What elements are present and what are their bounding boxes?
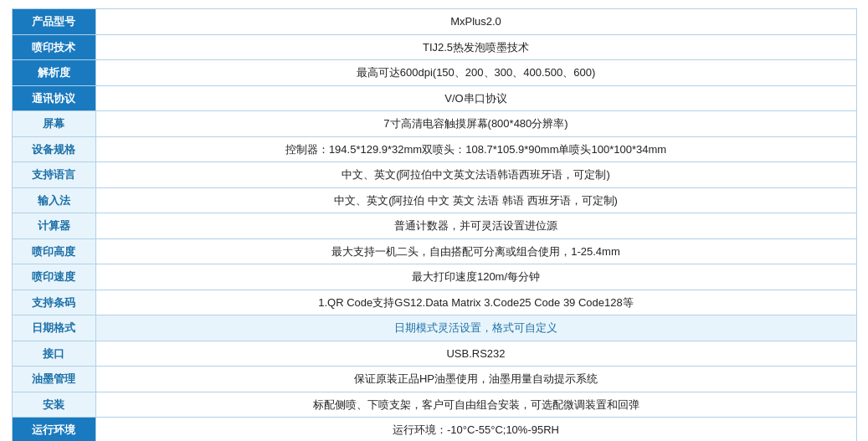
value-cell: V/O串口协议: [95, 85, 856, 111]
table-row: 喷印速度最大打印速度120m/每分钟: [12, 264, 856, 290]
label-cell: 喷印高度: [12, 238, 95, 264]
label-cell: 接口: [12, 341, 95, 367]
value-cell: 中文、英文(阿拉伯 中文 英文 法语 韩语 西班牙语，可定制): [95, 187, 856, 213]
table-row: 计算器普通计数器，并可灵活设置进位源: [12, 213, 856, 239]
label-cell: 安装: [12, 392, 95, 418]
label-cell: 日期格式: [12, 315, 95, 341]
value-cell: 中文、英文(阿拉伯中文英文法语韩语西班牙语，可定制): [95, 162, 856, 188]
value-cell: 日期模式灵活设置，格式可自定义: [95, 315, 856, 341]
value-cell: 1.QR Code支持GS12.Data Matrix 3.Code25 Cod…: [95, 290, 856, 315]
value-cell: 7寸高清电容触摸屏幕(800*480分辨率): [95, 111, 856, 137]
table-row: 安装标配侧喷、下喷支架，客户可自由组合安装，可选配微调装置和回弹: [12, 392, 856, 418]
label-cell: 计算器: [12, 213, 95, 239]
label-cell: 产品型号: [12, 9, 95, 35]
label-cell: 支持条码: [12, 290, 95, 315]
table-row: 通讯协议V/O串口协议: [12, 85, 856, 111]
value-cell: TIJ2.5热发泡喷墨技术: [95, 34, 856, 60]
table-row: 油墨管理保证原装正品HP油墨使用，油墨用量自动提示系统: [12, 367, 856, 392]
label-cell: 屏幕: [12, 111, 95, 137]
table-row: 设备规格控制器：194.5*129.9*32mm双喷头：108.7*105.9*…: [12, 136, 856, 162]
value-cell: USB.RS232: [95, 341, 856, 367]
value-cell: MxPlus2.0: [95, 9, 856, 35]
label-cell: 输入法: [12, 187, 95, 213]
table-row: 喷印技术TIJ2.5热发泡喷墨技术: [12, 34, 856, 60]
label-cell: 运行环境: [12, 418, 95, 442]
value-cell: 最大打印速度120m/每分钟: [95, 264, 856, 290]
table-row: 接口USB.RS232: [12, 341, 856, 367]
label-cell: 设备规格: [12, 136, 95, 162]
value-cell: 最高可达600dpi(150、200、300、400.500、600): [95, 60, 856, 86]
label-cell: 喷印技术: [12, 34, 95, 60]
table-row: 输入法中文、英文(阿拉伯 中文 英文 法语 韩语 西班牙语，可定制): [12, 187, 856, 213]
value-cell: 最大支持一机二头，自由搭配可分离或组合使用，1-25.4mm: [95, 238, 856, 264]
table-row: 支持条码1.QR Code支持GS12.Data Matrix 3.Code25…: [12, 290, 856, 315]
table-row: 解析度最高可达600dpi(150、200、300、400.500、600): [12, 60, 856, 86]
spec-table: 产品型号MxPlus2.0喷印技术TIJ2.5热发泡喷墨技术解析度最高可达600…: [12, 8, 857, 441]
table-row: 喷印高度最大支持一机二头，自由搭配可分离或组合使用，1-25.4mm: [12, 238, 856, 264]
label-cell: 解析度: [12, 60, 95, 86]
label-cell: 喷印速度: [12, 264, 95, 290]
table-row: 屏幕7寸高清电容触摸屏幕(800*480分辨率): [12, 111, 856, 137]
value-cell: 保证原装正品HP油墨使用，油墨用量自动提示系统: [95, 367, 856, 392]
value-cell: 普通计数器，并可灵活设置进位源: [95, 213, 856, 239]
value-cell: 控制器：194.5*129.9*32mm双喷头：108.7*105.9*90mm…: [95, 136, 856, 162]
label-cell: 支持语言: [12, 162, 95, 188]
value-cell: 运行环境：-10°C-55°C;10%-95RH: [95, 418, 856, 442]
label-cell: 油墨管理: [12, 367, 95, 392]
table-row: 日期格式日期模式灵活设置，格式可自定义: [12, 315, 856, 341]
table-row: 支持语言中文、英文(阿拉伯中文英文法语韩语西班牙语，可定制): [12, 162, 856, 188]
label-cell: 通讯协议: [12, 85, 95, 111]
value-cell: 标配侧喷、下喷支架，客户可自由组合安装，可选配微调装置和回弹: [95, 392, 856, 418]
table-row: 运行环境运行环境：-10°C-55°C;10%-95RH: [12, 418, 856, 442]
table-row: 产品型号MxPlus2.0: [12, 9, 856, 35]
